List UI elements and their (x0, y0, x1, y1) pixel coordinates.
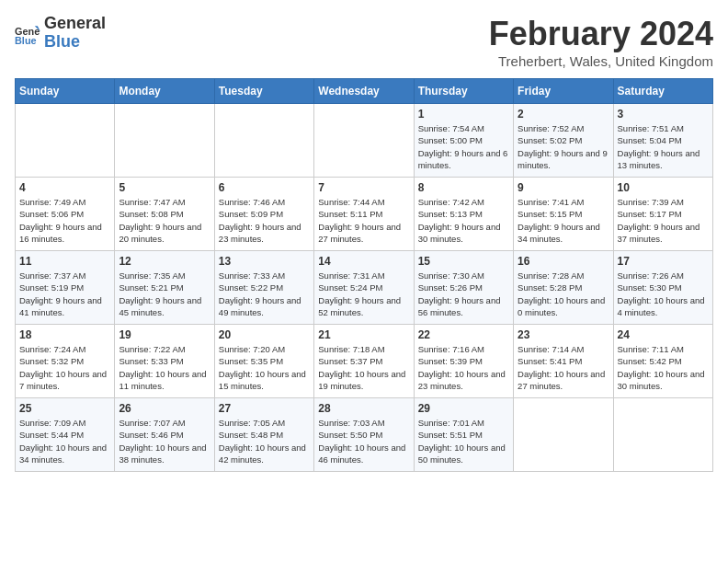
day-number: 12 (119, 255, 210, 268)
day-number: 29 (418, 402, 509, 415)
cell-content: Sunrise: 7:44 AM Sunset: 5:11 PM Dayligh… (318, 196, 409, 245)
calendar-cell: 27Sunrise: 7:05 AM Sunset: 5:48 PM Dayli… (214, 398, 313, 472)
cell-content: Sunrise: 7:14 AM Sunset: 5:41 PM Dayligh… (518, 343, 609, 392)
cell-content: Sunrise: 7:35 AM Sunset: 5:21 PM Dayligh… (119, 270, 210, 318)
month-title: February 2024 (489, 15, 713, 53)
logo-icon: General Blue (15, 20, 40, 46)
calendar-cell: 1Sunrise: 7:54 AM Sunset: 5:00 PM Daylig… (414, 104, 513, 178)
cell-content: Sunrise: 7:30 AM Sunset: 5:26 PM Dayligh… (418, 270, 509, 318)
cell-content: Sunrise: 7:33 AM Sunset: 5:22 PM Dayligh… (219, 270, 310, 318)
calendar-cell: 9Sunrise: 7:41 AM Sunset: 5:15 PM Daylig… (514, 178, 613, 251)
calendar-cell: 11Sunrise: 7:37 AM Sunset: 5:19 PM Dayli… (16, 251, 115, 325)
calendar-cell: 26Sunrise: 7:07 AM Sunset: 5:46 PM Dayli… (115, 398, 214, 472)
calendar-header-row: SundayMondayTuesdayWednesdayThursdayFrid… (16, 79, 713, 104)
calendar-cell: 14Sunrise: 7:31 AM Sunset: 5:24 PM Dayli… (314, 251, 414, 325)
calendar-week-3: 18Sunrise: 7:24 AM Sunset: 5:32 PM Dayli… (16, 325, 713, 398)
day-number: 24 (618, 328, 709, 341)
day-number: 11 (19, 255, 110, 268)
calendar-cell (16, 104, 115, 178)
day-number: 1 (418, 108, 509, 121)
cell-content: Sunrise: 7:39 AM Sunset: 5:17 PM Dayligh… (618, 196, 709, 245)
col-header-thursday: Thursday (414, 79, 513, 104)
calendar-cell: 3Sunrise: 7:51 AM Sunset: 5:04 PM Daylig… (613, 104, 712, 178)
calendar-week-0: 1Sunrise: 7:54 AM Sunset: 5:00 PM Daylig… (16, 104, 713, 178)
cell-content: Sunrise: 7:18 AM Sunset: 5:37 PM Dayligh… (318, 343, 409, 392)
day-number: 14 (318, 255, 409, 268)
col-header-monday: Monday (115, 79, 214, 104)
day-number: 21 (318, 328, 409, 341)
day-number: 27 (219, 402, 310, 415)
day-number: 9 (518, 181, 609, 194)
cell-content: Sunrise: 7:41 AM Sunset: 5:15 PM Dayligh… (518, 196, 609, 245)
cell-content: Sunrise: 7:05 AM Sunset: 5:48 PM Dayligh… (219, 417, 310, 465)
cell-content: Sunrise: 7:37 AM Sunset: 5:19 PM Dayligh… (19, 270, 110, 318)
col-header-sunday: Sunday (16, 79, 115, 104)
logo-text: General Blue (44, 15, 106, 52)
day-number: 7 (318, 181, 409, 194)
calendar-week-1: 4Sunrise: 7:49 AM Sunset: 5:06 PM Daylig… (16, 178, 713, 251)
calendar-cell: 4Sunrise: 7:49 AM Sunset: 5:06 PM Daylig… (16, 178, 115, 251)
calendar-cell: 18Sunrise: 7:24 AM Sunset: 5:32 PM Dayli… (16, 325, 115, 398)
cell-content: Sunrise: 7:46 AM Sunset: 5:09 PM Dayligh… (219, 196, 310, 245)
calendar-cell: 6Sunrise: 7:46 AM Sunset: 5:09 PM Daylig… (214, 178, 313, 251)
day-number: 5 (119, 181, 210, 194)
cell-content: Sunrise: 7:52 AM Sunset: 5:02 PM Dayligh… (518, 122, 609, 171)
cell-content: Sunrise: 7:26 AM Sunset: 5:30 PM Dayligh… (618, 270, 709, 318)
calendar-cell (115, 104, 214, 178)
cell-content: Sunrise: 7:01 AM Sunset: 5:51 PM Dayligh… (418, 417, 509, 465)
calendar-week-4: 25Sunrise: 7:09 AM Sunset: 5:44 PM Dayli… (16, 398, 713, 472)
calendar-cell: 25Sunrise: 7:09 AM Sunset: 5:44 PM Dayli… (16, 398, 115, 472)
calendar-cell: 16Sunrise: 7:28 AM Sunset: 5:28 PM Dayli… (514, 251, 613, 325)
calendar-cell: 19Sunrise: 7:22 AM Sunset: 5:33 PM Dayli… (115, 325, 214, 398)
cell-content: Sunrise: 7:47 AM Sunset: 5:08 PM Dayligh… (119, 196, 210, 245)
cell-content: Sunrise: 7:22 AM Sunset: 5:33 PM Dayligh… (119, 343, 210, 392)
day-number: 22 (418, 328, 509, 341)
calendar-cell: 23Sunrise: 7:14 AM Sunset: 5:41 PM Dayli… (514, 325, 613, 398)
calendar-cell: 22Sunrise: 7:16 AM Sunset: 5:39 PM Dayli… (414, 325, 513, 398)
calendar-cell: 5Sunrise: 7:47 AM Sunset: 5:08 PM Daylig… (115, 178, 214, 251)
day-number: 15 (418, 255, 509, 268)
calendar-cell (214, 104, 313, 178)
day-number: 23 (518, 328, 609, 341)
title-area: February 2024 Treherbert, Wales, United … (489, 15, 713, 69)
day-number: 26 (119, 402, 210, 415)
cell-content: Sunrise: 7:09 AM Sunset: 5:44 PM Dayligh… (19, 417, 110, 465)
calendar-cell: 13Sunrise: 7:33 AM Sunset: 5:22 PM Dayli… (214, 251, 313, 325)
cell-content: Sunrise: 7:54 AM Sunset: 5:00 PM Dayligh… (418, 122, 509, 171)
calendar-table: SundayMondayTuesdayWednesdayThursdayFrid… (15, 78, 713, 472)
calendar-cell (514, 398, 613, 472)
col-header-tuesday: Tuesday (214, 79, 313, 104)
calendar-cell: 20Sunrise: 7:20 AM Sunset: 5:35 PM Dayli… (214, 325, 313, 398)
cell-content: Sunrise: 7:03 AM Sunset: 5:50 PM Dayligh… (318, 417, 409, 465)
calendar-cell: 12Sunrise: 7:35 AM Sunset: 5:21 PM Dayli… (115, 251, 214, 325)
day-number: 2 (518, 108, 609, 121)
cell-content: Sunrise: 7:49 AM Sunset: 5:06 PM Dayligh… (19, 196, 110, 245)
col-header-friday: Friday (514, 79, 613, 104)
day-number: 18 (19, 328, 110, 341)
location-title: Treherbert, Wales, United Kingdom (489, 53, 713, 69)
cell-content: Sunrise: 7:28 AM Sunset: 5:28 PM Dayligh… (518, 270, 609, 318)
cell-content: Sunrise: 7:20 AM Sunset: 5:35 PM Dayligh… (219, 343, 310, 392)
page-header: General Blue General Blue February 2024 … (15, 15, 713, 69)
day-number: 28 (318, 402, 409, 415)
calendar-cell: 2Sunrise: 7:52 AM Sunset: 5:02 PM Daylig… (514, 104, 613, 178)
cell-content: Sunrise: 7:16 AM Sunset: 5:39 PM Dayligh… (418, 343, 509, 392)
day-number: 10 (618, 181, 709, 194)
calendar-week-2: 11Sunrise: 7:37 AM Sunset: 5:19 PM Dayli… (16, 251, 713, 325)
logo: General Blue General Blue (15, 15, 106, 52)
col-header-saturday: Saturday (613, 79, 712, 104)
day-number: 6 (219, 181, 310, 194)
day-number: 8 (418, 181, 509, 194)
day-number: 13 (219, 255, 310, 268)
calendar-cell: 28Sunrise: 7:03 AM Sunset: 5:50 PM Dayli… (314, 398, 414, 472)
calendar-cell: 10Sunrise: 7:39 AM Sunset: 5:17 PM Dayli… (613, 178, 712, 251)
calendar-cell: 8Sunrise: 7:42 AM Sunset: 5:13 PM Daylig… (414, 178, 513, 251)
day-number: 25 (19, 402, 110, 415)
day-number: 4 (19, 181, 110, 194)
calendar-cell: 29Sunrise: 7:01 AM Sunset: 5:51 PM Dayli… (414, 398, 513, 472)
cell-content: Sunrise: 7:51 AM Sunset: 5:04 PM Dayligh… (618, 122, 709, 171)
day-number: 3 (618, 108, 709, 121)
day-number: 19 (119, 328, 210, 341)
calendar-cell: 24Sunrise: 7:11 AM Sunset: 5:42 PM Dayli… (613, 325, 712, 398)
day-number: 16 (518, 255, 609, 268)
